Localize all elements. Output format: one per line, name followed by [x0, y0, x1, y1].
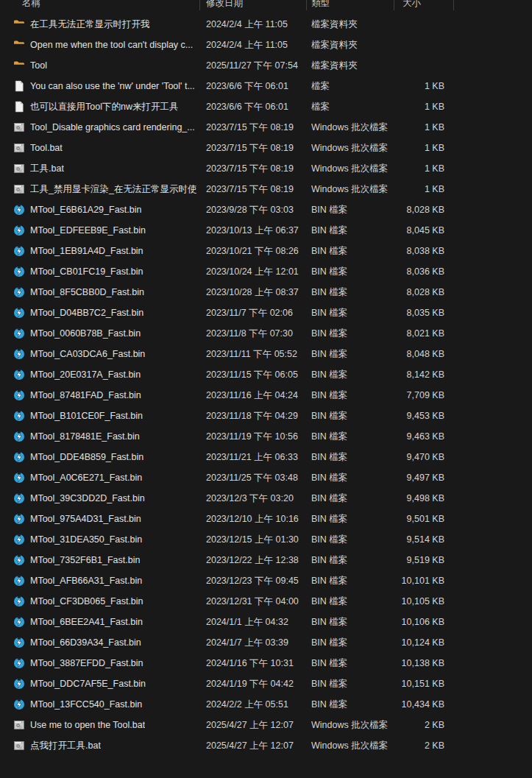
file-row[interactable]: MTool_DDE4B859_Fast.bin2023/11/21 上午 06:… [0, 447, 532, 467]
file-row[interactable]: MTool_0060B78B_Fast.bin2023/11/8 下午 07:3… [0, 323, 532, 344]
file-row[interactable]: MTool_8178481E_Fast.bin2023/11/19 下午 10:… [0, 426, 532, 447]
file-name-label: MTool_3887EFDD_Fast.bin [30, 658, 143, 668]
file-name-label: MTool_CB01FC19_Fast.bin [30, 266, 143, 277]
file-row[interactable]: MTool_CA03DCA6_Fast.bin2023/11/11 下午 05:… [0, 344, 532, 364]
file-row[interactable]: 工具.bat2023/7/15 下午 08:19Windows 批次檔案1 KB [0, 158, 532, 179]
file-row[interactable]: Tool.bat2023/7/15 下午 08:19Windows 批次檔案1 … [0, 138, 532, 158]
file-date-modified: 2023/9/28 下午 03:03 [206, 199, 308, 220]
file-size: 10,138 KB [391, 653, 444, 673]
file-name-label: MTool_39C3DD2D_Fast.bin [30, 493, 145, 503]
file-type: BIN 檔案 [311, 282, 391, 303]
file-row[interactable]: MTool_7352F6B1_Fast.bin2023/12/22 上午 12:… [0, 550, 532, 570]
file-name-cell: Use me to open the Tool.bat [13, 715, 197, 735]
file-date-modified: 2023/12/15 上午 01:30 [206, 529, 308, 550]
file-row[interactable]: 点我打开工具.bat2025/4/27 上午 12:07Windows 批次檔案… [0, 735, 532, 756]
column-resize-handle[interactable] [394, 0, 394, 10]
file-size: 2 KB [391, 715, 444, 735]
file-type: BIN 檔案 [311, 673, 391, 694]
column-header-type[interactable]: 類型 [311, 0, 330, 9]
file-size: 8,028 KB [391, 199, 444, 220]
file-type: 檔案 [311, 96, 391, 117]
column-header-date-modified[interactable]: 修改日期 [206, 0, 243, 9]
file-row[interactable]: Tool_Disable graphics card rendering_...… [0, 117, 532, 138]
file-type: BIN 檔案 [311, 406, 391, 426]
file-row[interactable]: MTool_CF3DB065_Fast.bin2023/12/31 下午 04:… [0, 591, 532, 612]
file-type: BIN 檔案 [311, 261, 391, 282]
file-row[interactable]: MTool_A0C6E271_Fast.bin2023/11/25 下午 03:… [0, 467, 532, 488]
bin-file-lightning-icon [13, 513, 25, 525]
file-name-label: MTool_A0C6E271_Fast.bin [30, 473, 142, 483]
file-row[interactable]: Use me to open the Tool.bat2025/4/27 上午 … [0, 715, 532, 735]
file-name-label: You can also use the 'nw' under 'Tool' t… [30, 81, 195, 91]
file-row[interactable]: MTool_E6B61A29_Fast.bin2023/9/28 下午 03:0… [0, 199, 532, 220]
file-type: BIN 檔案 [311, 385, 391, 406]
file-size: 10,105 KB [391, 591, 444, 612]
file-row[interactable]: Tool2025/11/27 下午 07:54檔案資料夾 [0, 55, 532, 76]
file-row[interactable]: MTool_1EB91A4D_Fast.bin2023/10/21 下午 08:… [0, 241, 532, 261]
file-date-modified: 2024/2/2 上午 05:51 [206, 694, 308, 715]
folder-icon [13, 18, 25, 30]
file-name-cell: Tool [13, 55, 197, 76]
column-resize-handle[interactable] [199, 0, 200, 10]
bin-file-lightning-icon [13, 204, 25, 216]
file-size [391, 55, 444, 76]
file-size: 1 KB [391, 158, 444, 179]
file-row[interactable]: 也可以直接用Tool下的nw来打开工具2023/6/6 下午 06:01檔案1 … [0, 96, 532, 117]
file-name-label: MTool_D04BB7C2_Fast.bin [30, 308, 143, 318]
file-date-modified: 2023/11/15 下午 06:05 [206, 364, 308, 385]
file-date-modified: 2023/12/3 下午 03:20 [206, 488, 308, 509]
file-name-label: Tool.bat [30, 143, 63, 153]
file-size: 8,035 KB [391, 303, 444, 323]
bin-file-lightning-icon [13, 266, 25, 277]
file-row[interactable]: MTool_975A4D31_Fast.bin2023/12/10 上午 10:… [0, 509, 532, 529]
file-type: BIN 檔案 [311, 467, 391, 488]
file-type: Windows 批次檔案 [311, 158, 391, 179]
file-name-cell: MTool_8178481E_Fast.bin [13, 426, 197, 447]
file-name-label: MTool_CF3DB065_Fast.bin [30, 596, 143, 607]
file-type: BIN 檔案 [311, 632, 391, 653]
file-name-cell: MTool_DDE4B859_Fast.bin [13, 447, 197, 467]
file-row[interactable]: Open me when the tool can't display c...… [0, 35, 532, 55]
file-type: 檔案資料夾 [311, 55, 391, 76]
file-row[interactable]: MTool_EDFEEB9E_Fast.bin2023/10/13 上午 06:… [0, 220, 532, 241]
file-row[interactable]: MTool_6BEE2A41_Fast.bin2024/1/1 上午 04:32… [0, 612, 532, 632]
file-row[interactable]: MTool_39C3DD2D_Fast.bin2023/12/3 下午 03:2… [0, 488, 532, 509]
file-row[interactable]: You can also use the 'nw' under 'Tool' t… [0, 76, 532, 96]
column-resize-handle[interactable] [453, 0, 454, 10]
file-date-modified: 2023/12/10 上午 10:16 [206, 509, 308, 529]
file-row[interactable]: MTool_AFB66A31_Fast.bin2023/12/23 下午 09:… [0, 570, 532, 591]
file-row[interactable]: MTool_87481FAD_Fast.bin2023/11/16 上午 04:… [0, 385, 532, 406]
file-row[interactable]: MTool_66D39A34_Fast.bin2024/1/7 上午 03:39… [0, 632, 532, 653]
file-row[interactable]: MTool_B101CE0F_Fast.bin2023/11/18 下午 04:… [0, 406, 532, 426]
file-date-modified: 2023/11/21 上午 06:33 [206, 447, 308, 467]
file-size: 1 KB [391, 179, 444, 199]
file-row[interactable]: MTool_20E0317A_Fast.bin2023/11/15 下午 06:… [0, 364, 532, 385]
file-row[interactable]: MTool_3887EFDD_Fast.bin2024/1/16 下午 10:3… [0, 653, 532, 673]
file-size: 7,709 KB [391, 385, 444, 406]
column-resize-handle[interactable] [306, 0, 307, 10]
file-row[interactable]: MTool_8F5CBB0D_Fast.bin2023/10/28 上午 08:… [0, 282, 532, 303]
file-row[interactable]: MTool_13FCC540_Fast.bin2024/2/2 上午 05:51… [0, 694, 532, 715]
file-name-cell: MTool_39C3DD2D_Fast.bin [13, 488, 197, 509]
file-name-cell: MTool_DDC7AF5E_Fast.bin [13, 673, 197, 694]
bin-file-lightning-icon [13, 554, 25, 566]
file-name-label: MTool_20E0317A_Fast.bin [30, 369, 141, 380]
column-header-name[interactable]: 名稱 [22, 0, 40, 9]
file-name-cell: MTool_66D39A34_Fast.bin [13, 632, 197, 653]
file-row[interactable]: MTool_D04BB7C2_Fast.bin2023/11/7 下午 02:0… [0, 303, 532, 323]
file-name-label: MTool_DDC7AF5E_Fast.bin [30, 679, 146, 689]
file-name-label: 在工具无法正常显示时打开我 [30, 18, 150, 31]
file-row[interactable]: MTool_DDC7AF5E_Fast.bin2024/1/19 下午 04:4… [0, 673, 532, 694]
bin-file-lightning-icon [13, 637, 25, 648]
file-date-modified: 2023/10/24 上午 12:01 [206, 261, 308, 282]
file-name-label: MTool_AFB66A31_Fast.bin [30, 576, 142, 586]
file-type: BIN 檔案 [311, 488, 391, 509]
file-row[interactable]: MTool_CB01FC19_Fast.bin2023/10/24 上午 12:… [0, 261, 532, 282]
file-row[interactable]: MTool_31DEA350_Fast.bin2023/12/15 上午 01:… [0, 529, 532, 550]
column-header-size[interactable]: 大小 [402, 0, 421, 9]
file-row[interactable]: 在工具无法正常显示时打开我2024/2/4 上午 11:05檔案資料夾 [0, 14, 532, 35]
file-name-label: MTool_1EB91A4D_Fast.bin [30, 246, 143, 256]
file-type: 檔案資料夾 [311, 14, 391, 35]
file-row[interactable]: 工具_禁用显卡渲染_在无法正常显示时使...2023/7/15 下午 08:19… [0, 179, 532, 199]
file-size: 1 KB [391, 76, 444, 96]
